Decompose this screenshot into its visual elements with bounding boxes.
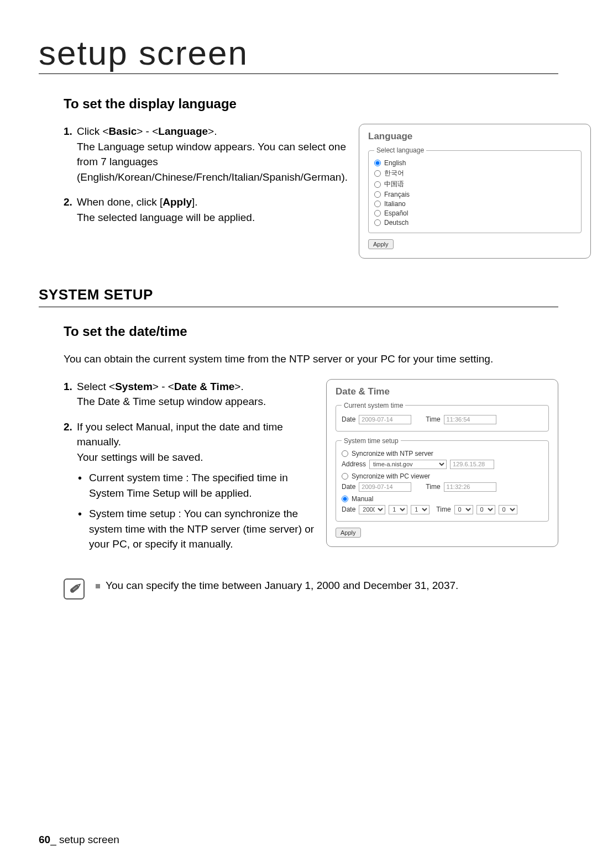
bullet-current-system-time: Current system time : The specified time…: [77, 470, 315, 501]
date-time-panel: Date & Time Current system time Date Tim…: [326, 379, 558, 547]
dt-step-2: 2. If you select Manual, input the date …: [64, 419, 315, 552]
apply-button-language[interactable]: Apply: [368, 239, 394, 249]
step-2: 2. When done, click [Apply]. The selecte…: [64, 194, 348, 225]
manual-month-select[interactable]: 1: [389, 505, 407, 514]
radio-pc-viewer[interactable]: Syncronize with PC viewer: [342, 472, 543, 480]
apply-button-datetime[interactable]: Apply: [336, 528, 361, 538]
label-pc-date: Date: [342, 483, 355, 491]
footer: 60_ setup screen: [39, 834, 119, 846]
ntp-address-select[interactable]: time-a.nist.gov: [369, 460, 447, 469]
language-panel: Language Select language English 한국어 中国语…: [359, 124, 591, 259]
label-address: Address: [342, 460, 366, 468]
heading-display-language: To set the display language: [64, 96, 558, 112]
panel-title-language: Language: [368, 131, 582, 142]
lang-option-french[interactable]: Français: [374, 191, 575, 198]
legend-system-time-setup: System time setup: [342, 437, 401, 445]
manual-sec-select[interactable]: 0: [499, 505, 517, 514]
ntp-ip-field[interactable]: [450, 460, 494, 469]
manual-day-select[interactable]: 1: [411, 505, 430, 514]
lang-option-german[interactable]: Deutsch: [374, 219, 575, 227]
footer-label: setup screen: [59, 834, 119, 845]
dt-step-1: 1. Select <System> - <Date & Time>. The …: [64, 379, 315, 409]
page-number: 60: [39, 834, 50, 845]
radio-manual[interactable]: Manual: [342, 495, 543, 503]
lang-option-italian[interactable]: Italiano: [374, 200, 575, 208]
legend-select-language: Select language: [374, 146, 426, 154]
lang-option-spanish[interactable]: Español: [374, 209, 575, 217]
label-manual-date: Date: [342, 506, 355, 513]
label-time: Time: [426, 415, 440, 423]
current-date-field[interactable]: [359, 415, 411, 424]
bullet-system-time-setup: System time setup : You can synchronize …: [77, 506, 315, 552]
manual-min-select[interactable]: 0: [476, 505, 495, 514]
panel-title-datetime: Date & Time: [336, 386, 549, 397]
label-date: Date: [342, 415, 355, 423]
page-title: setup screen: [39, 33, 558, 74]
lang-option-english[interactable]: English: [374, 159, 575, 167]
pc-date-field[interactable]: [359, 482, 411, 492]
radio-ntp[interactable]: Syncronize with NTP server: [342, 450, 543, 457]
note-text: You can specify the time between January…: [96, 578, 458, 593]
manual-hour-select[interactable]: 0: [454, 505, 473, 514]
legend-current-system-time: Current system time: [342, 402, 405, 409]
manual-year-select[interactable]: 2000: [359, 505, 385, 514]
lang-option-korean[interactable]: 한국어: [374, 169, 575, 178]
step-1: 1. Click <Basic> - <Language>. The Langu…: [64, 124, 348, 185]
lang-option-chinese[interactable]: 中国语: [374, 180, 575, 189]
heading-system-setup: SYSTEM SETUP: [39, 286, 558, 307]
label-pc-time: Time: [426, 483, 440, 491]
note-icon: ✐: [64, 578, 85, 599]
current-time-field[interactable]: [444, 415, 496, 424]
heading-date-time: To set the date/time: [64, 324, 558, 339]
label-manual-time: Time: [436, 506, 451, 513]
intro-text: You can obtain the current system time f…: [64, 351, 558, 367]
pc-time-field[interactable]: [444, 482, 496, 492]
